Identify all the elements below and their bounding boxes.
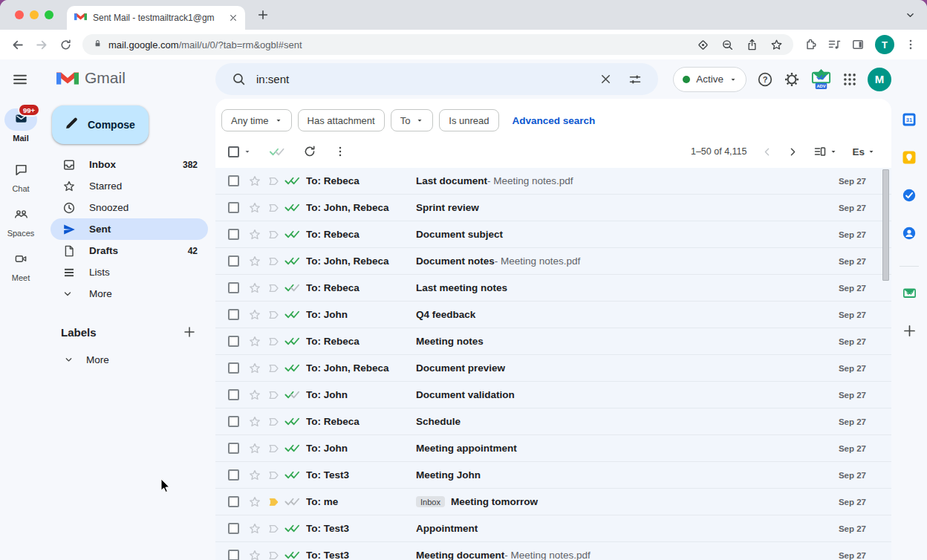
clear-search-icon[interactable] [593,73,618,85]
browser-tab[interactable]: Sent Mail - testmailtrack1@gm [67,6,245,30]
star-icon[interactable] [248,522,261,535]
checkbox[interactable] [228,146,239,157]
browser-menu-icon[interactable] [905,39,917,51]
star-icon[interactable] [248,415,261,429]
sidebar-item-snoozed[interactable]: Snoozed [51,197,208,218]
media-controls-icon[interactable] [827,38,841,51]
importance-marker-icon[interactable] [267,362,280,375]
preview-icon[interactable] [697,39,709,51]
keep-icon[interactable] [902,149,917,166]
calendar-icon[interactable]: 31 [902,111,917,128]
star-icon[interactable] [248,255,261,268]
address-bar[interactable]: mail.google.com/mail/u/0/?tab=rm&ogbl#se… [82,34,793,55]
sidebar-item-drafts[interactable]: Drafts 42 [51,240,208,261]
advanced-search-link[interactable]: Advanced search [513,115,596,126]
split-pane-toggle[interactable] [813,145,837,158]
importance-marker-icon[interactable] [267,495,280,509]
rail-item-mail[interactable]: 99+ Mail [0,108,42,153]
email-row[interactable]: To: Rebeca Last meeting notes Sep 27 [215,275,891,302]
filter-chip-is-unread[interactable]: Is unread [439,109,498,131]
row-checkbox[interactable] [228,523,239,534]
more-options-icon[interactable] [334,146,346,157]
importance-marker-icon[interactable] [267,415,280,429]
refresh-icon[interactable] [303,145,316,158]
importance-marker-icon[interactable] [267,228,280,241]
filter-chip-any-time[interactable]: Any time [221,109,292,131]
sidebar-item-starred[interactable]: Starred [51,175,208,197]
reload-icon[interactable] [59,39,72,51]
importance-marker-icon[interactable] [267,255,280,268]
row-checkbox[interactable] [228,282,239,293]
importance-marker-icon[interactable] [267,335,280,348]
tab-search-icon[interactable] [905,10,915,20]
row-checkbox[interactable] [228,309,239,320]
star-icon[interactable] [248,281,261,295]
star-icon[interactable] [248,175,261,188]
row-checkbox[interactable] [228,229,239,240]
star-icon[interactable] [248,549,261,560]
mailtrack-icon[interactable] [902,284,917,301]
filter-chip-has-attachment[interactable]: Has attachment [298,109,385,131]
email-row[interactable]: To: Rebeca Schedule Sep 27 [215,408,891,435]
email-row[interactable]: To: John Document validation Sep 27 [215,382,891,408]
rail-item-chat[interactable]: Chat [0,160,42,193]
mailtrack-extension-icon[interactable]: ADV [810,68,832,91]
email-row[interactable]: To: Test3 Meeting document - Meeting not… [215,542,891,560]
row-checkbox[interactable] [228,416,239,427]
star-icon[interactable] [248,495,261,509]
sidebar-item-inbox[interactable]: Inbox 382 [51,154,208,175]
sidebar-item-more[interactable]: More [51,283,208,305]
email-row[interactable]: To: John, Rebeca Sprint review Sep 27 [215,195,891,221]
window-minimize-button[interactable] [30,10,39,19]
input-tools-dropdown[interactable]: Es [852,146,875,157]
create-label-icon[interactable] [183,325,196,339]
window-close-button[interactable] [15,10,24,19]
older-page-icon[interactable] [787,146,798,157]
importance-marker-icon[interactable] [267,175,280,188]
mailtrack-status-dropdown[interactable]: Active [673,67,747,92]
row-checkbox[interactable] [228,389,239,400]
star-icon[interactable] [248,469,261,482]
contacts-icon[interactable] [902,225,917,241]
search-icon[interactable] [226,72,252,86]
importance-marker-icon[interactable] [267,442,280,455]
search-options-icon[interactable] [622,73,648,86]
star-icon[interactable] [248,362,261,375]
bookmark-star-icon[interactable] [770,39,783,51]
search-input[interactable] [256,73,589,85]
email-row[interactable]: To: Rebeca Document subject Sep 27 [215,221,891,248]
window-zoom-button[interactable] [45,10,53,19]
email-row[interactable]: To: Rebeca Meeting notes Sep 27 [215,328,891,355]
row-checkbox[interactable] [228,550,239,560]
rail-item-meet[interactable]: Meet [0,250,42,282]
star-icon[interactable] [248,228,261,241]
row-checkbox[interactable] [228,336,239,347]
star-icon[interactable] [248,388,261,402]
star-icon[interactable] [248,201,261,215]
rail-item-spaces[interactable]: Spaces [0,205,42,238]
zoom-out-icon[interactable] [721,39,734,51]
tab-close-icon[interactable] [229,13,238,22]
importance-marker-icon[interactable] [267,388,280,402]
email-row[interactable]: To: John, Rebeca Document notes - Meetin… [215,248,891,275]
importance-marker-icon[interactable] [267,201,280,215]
importance-marker-icon[interactable] [267,549,280,560]
email-row[interactable]: To: John, Rebeca Document preview Sep 27 [215,355,891,382]
email-row[interactable]: To: me Inbox Meeting tomorrow Sep 27 [215,489,891,515]
row-checkbox[interactable] [228,175,239,186]
email-row[interactable]: To: John Q4 feedback Sep 27 [215,302,891,328]
settings-gear-icon[interactable] [784,71,800,88]
get-addons-icon[interactable] [902,322,917,339]
email-row[interactable]: To: Rebeca Last document - Meeting notes… [215,168,891,195]
importance-marker-icon[interactable] [267,281,280,295]
share-icon[interactable] [746,39,758,51]
star-icon[interactable] [248,308,261,322]
sidebar-item-sent[interactable]: Sent [51,218,208,240]
importance-marker-icon[interactable] [267,308,280,322]
row-checkbox[interactable] [228,202,239,213]
gmail-profile-avatar[interactable]: M [868,68,891,91]
row-checkbox[interactable] [228,443,239,454]
list-scrollbar[interactable] [882,169,889,281]
compose-button[interactable]: Compose [52,105,149,144]
importance-marker-icon[interactable] [267,522,280,535]
